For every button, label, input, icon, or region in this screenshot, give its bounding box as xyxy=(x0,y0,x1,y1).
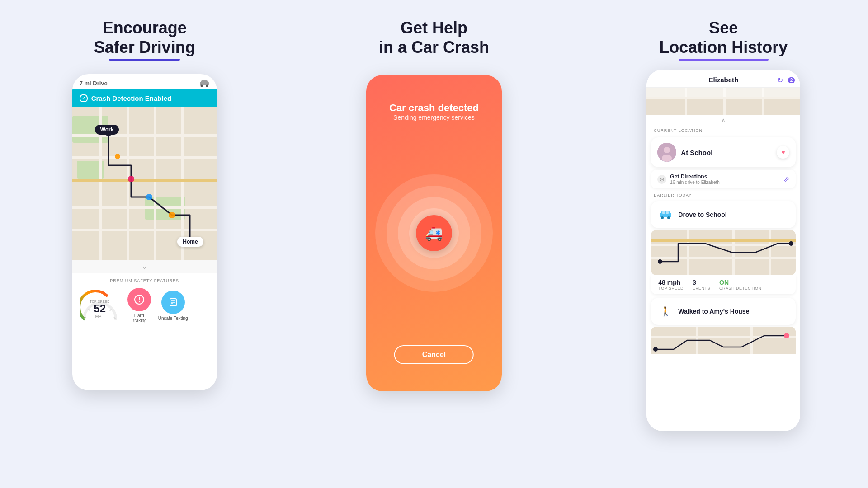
panel1-heading: Encourage Safer Driving xyxy=(94,18,195,61)
work-label: Work xyxy=(95,125,119,135)
share-icon[interactable]: ⇗ xyxy=(783,175,789,183)
crash-detection-bar: ✓ Crash Detection Enabled xyxy=(72,89,217,107)
home-label: Home xyxy=(177,237,203,247)
top-speed-stat: 48 mph Top Speed xyxy=(658,279,684,291)
svg-point-7 xyxy=(146,194,152,200)
earlier-today-section: EARLIER TODAY xyxy=(646,190,800,199)
heart-icon[interactable]: ♥ xyxy=(777,146,789,159)
expand-chevron[interactable]: ⌄ xyxy=(72,260,217,273)
hard-braking-label: HardBraking xyxy=(132,313,147,323)
phone-inner-3: Elizabeth ↻ 2 ∧ CURRENT LOCATION xyxy=(646,70,800,431)
ambulance-icon: 🚑 xyxy=(416,215,452,251)
crash-detection-stat: ON Crash Detection xyxy=(719,279,762,291)
drove-mini-map xyxy=(651,230,796,275)
panel3-heading: See Location History xyxy=(659,18,788,61)
nav-dot-icon: ◎ xyxy=(657,175,666,184)
events-stat: 3 Events xyxy=(693,279,710,291)
person-name: Elizabeth xyxy=(708,76,738,84)
refresh-icon[interactable]: ↻ xyxy=(775,75,785,85)
walk-activity-icon: 🚶 xyxy=(657,303,674,319)
crash-screen: Car crash detected Sending emergency ser… xyxy=(366,75,502,391)
phone-bottom-stats: PREMIUM SAFETY FEATURES xyxy=(72,273,217,331)
drove-to-school-card[interactable]: Drove to School xyxy=(651,201,796,228)
svg-point-6 xyxy=(128,176,134,182)
drive-label: 7 mi Drive xyxy=(80,80,108,87)
header-icons: ↻ 2 xyxy=(775,75,795,85)
top-speed-stat-label: Top Speed xyxy=(658,286,684,291)
directions-subtitle: 16 min drive to Elizabeth xyxy=(670,180,720,185)
car-activity-icon xyxy=(657,206,674,223)
crash-detection-stat-label: Crash Detection xyxy=(719,286,762,291)
premium-label: PREMIUM SAFETY FEATURES xyxy=(80,278,210,283)
braking-icon: ! xyxy=(127,288,151,311)
directions-text: Get Directions 16 min drive to Elizabeth xyxy=(670,174,720,185)
at-school-card[interactable]: At School ♥ xyxy=(651,137,796,167)
current-location-section: CURRENT LOCATION xyxy=(646,126,800,135)
svg-point-32 xyxy=(653,347,658,352)
card-left: At School xyxy=(657,143,712,162)
phone-header-3: Elizabeth ↻ 2 xyxy=(646,70,800,88)
svg-point-27 xyxy=(667,216,670,219)
crash-title: Car crash detected xyxy=(366,102,502,114)
svg-point-30 xyxy=(658,259,662,264)
at-school-label: At School xyxy=(681,149,712,156)
directions-title: Get Directions xyxy=(670,174,720,180)
stats-row: TOP SPEED 52 MPH ! HardBraking xyxy=(80,287,210,324)
directions-card[interactable]: ◎ Get Directions 16 min drive to Elizabe… xyxy=(651,170,796,188)
walked-card[interactable]: 🚶 Walked to Amy's House xyxy=(651,298,796,325)
crash-text: Car crash detected Sending emergency ser… xyxy=(366,102,502,121)
notification-badge[interactable]: 2 xyxy=(788,77,795,83)
svg-point-33 xyxy=(784,333,789,338)
scroll-indicator: ∧ xyxy=(646,115,800,126)
svg-rect-28 xyxy=(662,211,665,214)
panel-car-crash: Get Help in a Car Crash Car crash detect… xyxy=(289,0,579,488)
svg-point-26 xyxy=(661,216,664,219)
speed-gauge: TOP SPEED 52 MPH xyxy=(80,287,120,324)
svg-rect-1 xyxy=(201,80,208,83)
events-value: 3 xyxy=(693,279,710,286)
crash-detection-label: Crash Detection Enabled xyxy=(91,94,172,102)
svg-point-23 xyxy=(662,155,672,162)
hard-braking-badge: ! HardBraking xyxy=(127,288,151,323)
svg-text:!: ! xyxy=(138,296,140,303)
speed-unit: MPH xyxy=(80,314,120,319)
ripple-container: 🚑 xyxy=(371,170,497,296)
car-icon xyxy=(199,80,210,87)
svg-point-8 xyxy=(169,212,175,218)
walked-label: Walked to Amy's House xyxy=(678,308,749,315)
crash-detection-value: ON xyxy=(719,279,762,286)
phone-frame-3: Elizabeth ↻ 2 ∧ CURRENT LOCATION xyxy=(646,70,800,431)
top-mini-map xyxy=(646,88,800,115)
panel2-heading: Get Help in a Car Crash xyxy=(379,18,489,57)
crash-subtitle: Sending emergency services xyxy=(366,114,502,121)
phone-frame-2: Car crash detected Sending emergency ser… xyxy=(366,75,502,391)
speed-number: 52 xyxy=(80,303,120,314)
shield-icon: ✓ xyxy=(80,94,88,102)
unsafe-texting-badge: Unsafe Texting xyxy=(158,291,188,321)
panel-safer-driving: Encourage Safer Driving 7 mi Drive ✓ Cra… xyxy=(0,0,289,488)
map-area-1: Work Home xyxy=(72,107,217,260)
unsafe-texting-label: Unsafe Texting xyxy=(158,316,188,321)
svg-point-31 xyxy=(789,241,793,246)
svg-point-22 xyxy=(664,147,670,153)
walked-mini-map xyxy=(651,327,796,354)
person-avatar xyxy=(657,143,676,162)
events-stat-label: Events xyxy=(693,286,710,291)
svg-rect-29 xyxy=(666,211,669,214)
drove-label: Drove to School xyxy=(678,211,726,218)
directions-left: ◎ Get Directions 16 min drive to Elizabe… xyxy=(657,174,720,185)
top-speed-value: 48 mph xyxy=(658,279,684,286)
texting-icon xyxy=(161,291,185,314)
svg-point-5 xyxy=(115,154,120,159)
panel-location-history: See Location History Elizabeth ↻ 2 xyxy=(579,0,868,488)
drove-stats: 48 mph Top Speed 3 Events ON Crash Detec… xyxy=(651,275,796,294)
phone-frame-1: 7 mi Drive ✓ Crash Detection Enabled xyxy=(72,74,217,390)
cancel-button[interactable]: Cancel xyxy=(394,345,474,364)
phone-top-bar: 7 mi Drive xyxy=(72,74,217,89)
